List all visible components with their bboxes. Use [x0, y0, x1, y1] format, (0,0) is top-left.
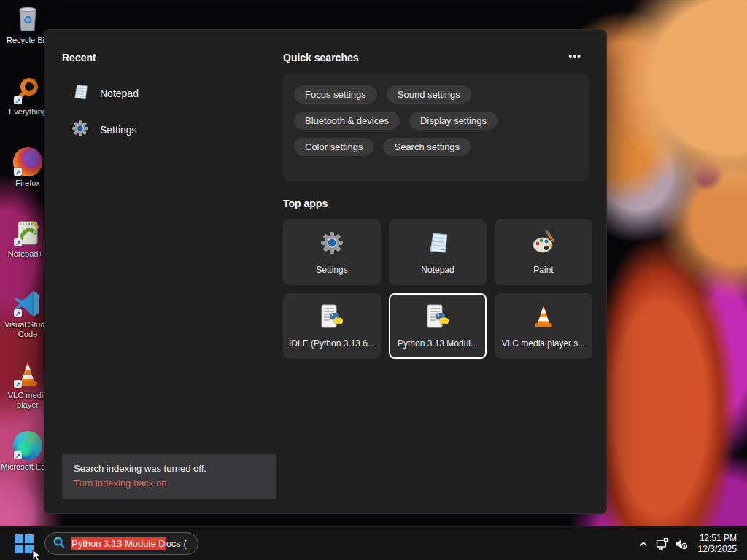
- top-app-label: Paint: [533, 265, 553, 275]
- vlc-cone-icon: ↗: [13, 359, 42, 389]
- svg-text:♻: ♻: [23, 14, 33, 26]
- indexing-notice-message: Search indexing was turned off.: [74, 462, 265, 476]
- network-icon[interactable]: [653, 534, 672, 553]
- recent-item-label: Settings: [100, 124, 137, 136]
- quick-searches-header: Quick searches: [283, 52, 359, 63]
- top-app-tile-python-module-docs[interactable]: Python 3.13 Modul...: [389, 293, 487, 359]
- settings-gear-icon: [71, 119, 90, 141]
- search-flyout-panel: Recent Notepad: [44, 29, 607, 514]
- search-magnifier-icon: [53, 536, 66, 552]
- more-options-button[interactable]: •••: [564, 49, 586, 63]
- quick-search-pill[interactable]: Bluetooth & devices: [294, 112, 400, 130]
- quick-searches-box: Focus settings Sound settings Bluetooth …: [283, 74, 589, 181]
- quick-search-pill[interactable]: Display settings: [409, 112, 498, 130]
- top-apps-header: Top apps: [283, 198, 328, 209]
- top-app-label: Settings: [316, 265, 347, 275]
- taskbar-clock[interactable]: 12:51 PM 12/3/2025: [698, 533, 737, 555]
- notepad-plus-plus-icon: ↗: [13, 218, 42, 247]
- taskbar-search-box[interactable]: Python 3.13 Module Docs (: [44, 532, 198, 555]
- recent-item-settings[interactable]: Settings: [62, 112, 266, 148]
- windows-logo-icon: [15, 534, 23, 543]
- shortcut-arrow-icon: ↗: [14, 380, 22, 388]
- start-button[interactable]: [14, 534, 34, 554]
- volume-muted-icon[interactable]: [672, 534, 691, 553]
- recent-item-label: Notepad: [100, 88, 139, 99]
- shortcut-arrow-icon: ↗: [14, 168, 22, 176]
- recent-list: Notepad Settings: [62, 75, 266, 148]
- edge-icon: ↗: [13, 431, 42, 460]
- recent-item-notepad[interactable]: Notepad: [62, 75, 266, 112]
- vscode-icon: ↗: [13, 289, 42, 318]
- top-app-tile-vlc[interactable]: VLC media player s...: [495, 293, 592, 359]
- clock-time: 12:51 PM: [698, 533, 737, 544]
- quick-search-pill[interactable]: Sound settings: [387, 85, 471, 104]
- hidden-icons-chevron-icon[interactable]: [634, 534, 653, 553]
- top-app-tile-idle-python[interactable]: IDLE (Python 3.13 6...: [283, 293, 381, 359]
- recycle-bin-icon: ♻: [13, 4, 42, 34]
- firefox-icon: ↗: [13, 147, 42, 176]
- search-input-text: Python 3.13 Module Docs (: [71, 538, 187, 549]
- top-app-tile-settings[interactable]: Settings: [283, 219, 381, 285]
- shortcut-arrow-icon: ↗: [14, 96, 22, 104]
- taskbar: Python 3.13 Module Docs ( 12:: [0, 526, 747, 560]
- top-app-tile-notepad[interactable]: Notepad: [389, 219, 487, 285]
- top-app-label: VLC media player s...: [502, 338, 586, 349]
- turn-indexing-on-link[interactable]: Turn indexing back on.: [74, 476, 265, 491]
- shortcut-arrow-icon: ↗: [14, 309, 22, 317]
- shortcut-arrow-icon: ↗: [14, 451, 22, 459]
- system-tray: 12:51 PM 12/3/2025: [634, 527, 747, 560]
- everything-magnifier-icon: ↗: [13, 76, 42, 105]
- top-app-label: Python 3.13 Modul...: [398, 338, 478, 349]
- paint-palette-icon: [530, 230, 557, 259]
- settings-gear-icon: [319, 230, 345, 259]
- top-app-label: IDLE (Python 3.13 6...: [289, 338, 375, 349]
- vlc-cone-icon: [530, 303, 557, 332]
- quick-search-pill[interactable]: Focus settings: [294, 85, 377, 104]
- python-doc-icon: [319, 303, 345, 332]
- top-app-label: Notepad: [421, 265, 454, 275]
- indexing-notice: Search indexing was turned off. Turn ind…: [62, 454, 276, 499]
- top-apps-grid: Settings Notepad: [283, 219, 591, 359]
- shortcut-arrow-icon: ↗: [14, 238, 22, 246]
- clock-date: 12/3/2025: [698, 544, 737, 555]
- notepad-icon: [425, 230, 451, 259]
- recent-header: Recent: [62, 52, 96, 63]
- search-text-normal: ocs (: [166, 538, 187, 549]
- quick-search-pill[interactable]: Search settings: [383, 138, 471, 156]
- python-doc-icon: [425, 303, 451, 332]
- notepad-icon: [71, 82, 90, 104]
- quick-search-pill[interactable]: Color settings: [294, 138, 374, 156]
- search-text-selected: Python 3.13 Module D: [71, 537, 166, 550]
- top-app-tile-paint[interactable]: Paint: [495, 219, 592, 285]
